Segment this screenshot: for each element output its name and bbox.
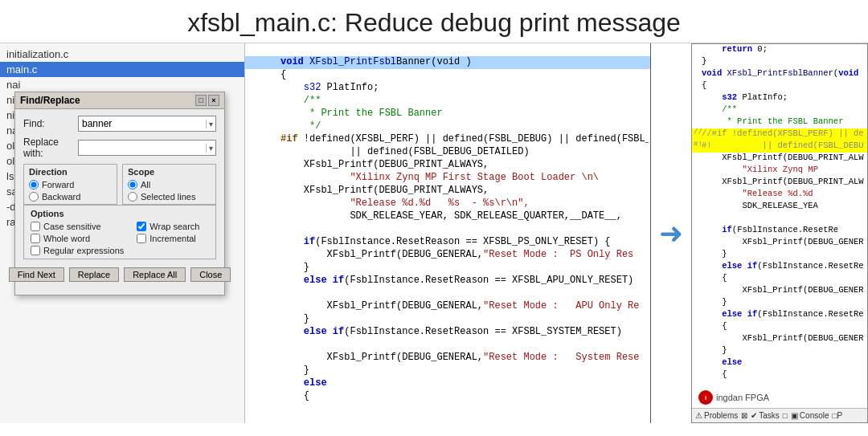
backward-radio[interactable] (29, 192, 39, 202)
options-col2: Wrap search Incremental (137, 222, 199, 255)
right-text: else if(FsblInstance.ResetRe (702, 261, 866, 271)
statusbar-sep3: □P (833, 411, 843, 420)
incremental-checkbox[interactable] (137, 234, 146, 243)
console-label: Console (800, 411, 829, 420)
regular-expressions-checkbox[interactable] (31, 246, 40, 255)
main-content: initialization.c main.c nai nis nis nar … (0, 43, 868, 423)
left-panel: initialization.c main.c nai nis nis nar … (0, 43, 245, 423)
replace-label: Replace with: (23, 137, 78, 159)
code-text: { (280, 390, 649, 401)
options-col1: Case sensitive Whole word Regular expres… (31, 222, 124, 255)
watermark: i ingdan FPGA (698, 390, 769, 405)
code-text: else (280, 377, 649, 389)
wrap-search-label[interactable]: Wrap search (137, 222, 199, 231)
code-line: "Release %d.%d %s - %s\r\n", (245, 198, 650, 210)
code-line: else (245, 377, 650, 390)
close-dialog-button[interactable]: Close (190, 267, 231, 282)
right-text: } (702, 297, 866, 307)
code-line: { (245, 390, 650, 403)
selected-lines-radio-label[interactable]: Selected lines (128, 192, 211, 202)
replace-all-button[interactable]: Replace All (124, 267, 186, 282)
code-text: void XFsbl_PrintFsblBanner(void ) (280, 56, 649, 67)
regular-expressions-label[interactable]: Regular expressions (31, 246, 124, 255)
find-next-button[interactable]: Find Next (9, 267, 64, 282)
right-text: XFsbl_Printf(DEBUG_GENER (702, 333, 866, 343)
dialog-minimize-button[interactable]: □ (195, 95, 207, 106)
direction-title: Direction (29, 167, 112, 177)
code-line: if(FsblInstance.ResetReason == XFSBL_PS_… (245, 236, 650, 249)
dialog-titlebar: Find/Replace □ × (15, 92, 224, 109)
whole-word-label[interactable]: Whole word (31, 234, 124, 243)
right-text: s32 PlatInfo; (702, 92, 866, 102)
right-code-editor: return 0; } void XFsbl_PrintFsblBanner(v… (692, 44, 867, 408)
code-text: XFsbl_Printf(DEBUG_PRINT_ALWAYS, (280, 185, 649, 196)
code-text: "Release %d.%d %s - %s\r\n", (280, 198, 649, 209)
title-area: xfsbl_main.c: Reduce debug print message (0, 0, 868, 43)
right-text: else if(FsblInstance.ResetRe (702, 309, 866, 319)
statusbar-sep1: ⊠ (741, 411, 747, 420)
tasks-icon: ✔ (751, 411, 757, 420)
right-text: { (702, 273, 866, 283)
watermark-logo: i (698, 390, 713, 405)
page-title: xfsbl_main.c: Reduce debug print message (16, 8, 852, 38)
code-line (245, 287, 650, 300)
file-tree-item-nai[interactable]: nai (0, 77, 244, 92)
problems-tab[interactable]: ⚠ Problems (695, 411, 738, 420)
watermark-text: ingdan FPGA (716, 393, 769, 402)
scope-section: Scope All Selected lines (122, 164, 216, 205)
dialog-close-button[interactable]: × (208, 95, 219, 106)
find-dropdown-arrow[interactable]: ▾ (206, 120, 215, 128)
code-text: s32 PlatInfo; (280, 82, 649, 93)
right-text: #! || defined(FSBL_DEBU (702, 141, 866, 150)
dialog-titlebar-buttons: □ × (195, 95, 219, 106)
case-sensitive-checkbox[interactable] (31, 222, 40, 231)
all-radio[interactable] (128, 180, 137, 189)
all-radio-label[interactable]: All (128, 180, 211, 189)
code-text: "Xilinx Zynq MP First Stage Boot Loader … (280, 172, 649, 183)
console-tab[interactable]: ▣ Console (791, 411, 829, 420)
code-text: } (280, 262, 649, 273)
code-editor[interactable]: void XFsbl_PrintFsblBanner(void ) { s32 … (245, 43, 650, 423)
code-line: * Print the FSBL Banner (245, 108, 650, 120)
right-code-line: * Print the FSBL Banner (692, 116, 867, 128)
forward-radio[interactable] (29, 180, 39, 189)
forward-radio-label[interactable]: Forward (29, 180, 112, 189)
scope-radio-group: All Selected lines (128, 180, 211, 202)
find-row: Find: ▾ (23, 116, 216, 132)
arrow-container: ➜ (651, 43, 691, 423)
replace-input-wrap: ▾ (78, 140, 216, 156)
right-text: void XFsbl_PrintFsblBanner(void (702, 68, 866, 78)
code-line: XFsbl_Printf(DEBUG_GENERAL,"Reset Mode :… (245, 249, 650, 262)
right-code-line: XFsbl_Printf(DEBUG_PRINT_ALW (692, 153, 867, 165)
code-text: } (280, 313, 649, 324)
incremental-text: Incremental (149, 234, 195, 243)
right-code-line-yellow2: #! #! || defined(FSBL_DEBU (692, 141, 867, 153)
right-text: } (702, 249, 866, 259)
backward-radio-label[interactable]: Backward (29, 192, 112, 202)
replace-button[interactable]: Replace (69, 267, 119, 282)
replace-dropdown-arrow[interactable]: ▾ (206, 144, 215, 153)
file-tree-item-init[interactable]: initialization.c (0, 47, 244, 62)
center-panel: void XFsbl_PrintFsblBanner(void ) { s32 … (245, 43, 651, 423)
right-code-line: "Xilinx Zynq MP (692, 165, 867, 177)
tasks-tab[interactable]: ✔ Tasks (751, 411, 780, 420)
direction-radio-group: Forward Backward (29, 180, 112, 202)
wrap-search-checkbox[interactable] (137, 222, 146, 231)
code-line: XFsbl_Printf(DEBUG_GENERAL,"Reset Mode :… (245, 352, 650, 365)
right-code-line: "Release %d.%d (692, 189, 867, 201)
right-code-line-yellow1: // //#if !defined(XFSBL_PERF) || de (692, 128, 867, 141)
case-sensitive-label[interactable]: Case sensitive (31, 222, 124, 231)
whole-word-checkbox[interactable] (31, 234, 40, 243)
selected-lines-radio[interactable] (128, 192, 137, 202)
find-input[interactable] (79, 116, 206, 131)
replace-input[interactable] (79, 141, 206, 155)
right-code-line: return 0; (692, 44, 867, 56)
right-text: //#if !defined(XFSBL_PERF) || de (702, 128, 866, 138)
code-line: #if !defined(XFSBL_PERF) || defined(FSBL… (245, 133, 650, 146)
code-line: */ (245, 120, 650, 133)
incremental-label[interactable]: Incremental (137, 234, 199, 243)
right-text: "Xilinx Zynq MP (702, 165, 866, 174)
right-text: { (702, 369, 866, 379)
file-tree-item-main[interactable]: main.c (0, 62, 244, 77)
code-line: { (245, 69, 650, 82)
